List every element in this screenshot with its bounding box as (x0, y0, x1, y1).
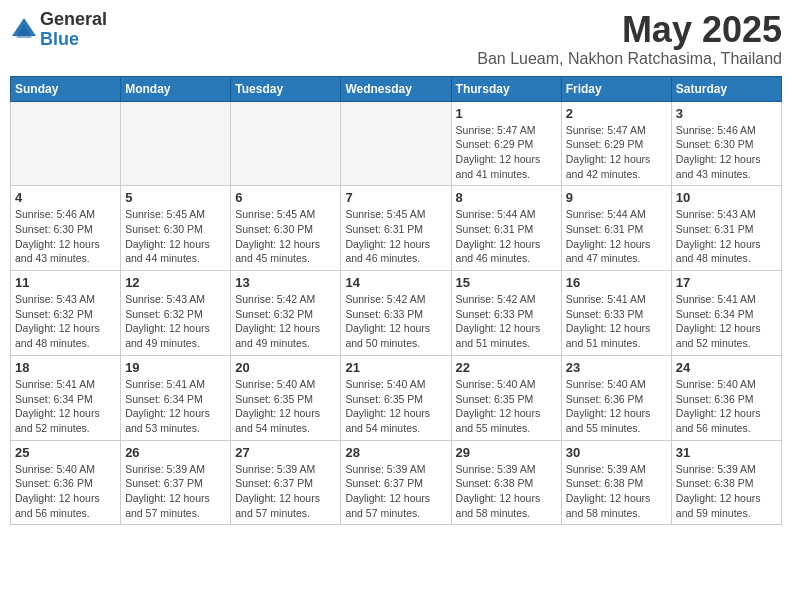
day-info: Sunrise: 5:41 AM Sunset: 6:34 PM Dayligh… (15, 377, 116, 436)
calendar-cell: 30Sunrise: 5:39 AM Sunset: 6:38 PM Dayli… (561, 440, 671, 525)
title-block: May 2025 Ban Lueam, Nakhon Ratchasima, T… (477, 10, 782, 68)
header-sunday: Sunday (11, 76, 121, 101)
calendar-cell: 14Sunrise: 5:42 AM Sunset: 6:33 PM Dayli… (341, 271, 451, 356)
calendar-cell: 1Sunrise: 5:47 AM Sunset: 6:29 PM Daylig… (451, 101, 561, 186)
day-number: 11 (15, 275, 116, 290)
day-number: 6 (235, 190, 336, 205)
header-friday: Friday (561, 76, 671, 101)
calendar-cell: 18Sunrise: 5:41 AM Sunset: 6:34 PM Dayli… (11, 355, 121, 440)
calendar-cell: 16Sunrise: 5:41 AM Sunset: 6:33 PM Dayli… (561, 271, 671, 356)
calendar-cell: 12Sunrise: 5:43 AM Sunset: 6:32 PM Dayli… (121, 271, 231, 356)
day-info: Sunrise: 5:46 AM Sunset: 6:30 PM Dayligh… (676, 123, 777, 182)
week-row-1: 1Sunrise: 5:47 AM Sunset: 6:29 PM Daylig… (11, 101, 782, 186)
calendar-cell: 21Sunrise: 5:40 AM Sunset: 6:35 PM Dayli… (341, 355, 451, 440)
day-number: 20 (235, 360, 336, 375)
day-info: Sunrise: 5:41 AM Sunset: 6:34 PM Dayligh… (125, 377, 226, 436)
header-tuesday: Tuesday (231, 76, 341, 101)
day-info: Sunrise: 5:46 AM Sunset: 6:30 PM Dayligh… (15, 207, 116, 266)
calendar-cell: 11Sunrise: 5:43 AM Sunset: 6:32 PM Dayli… (11, 271, 121, 356)
week-row-3: 11Sunrise: 5:43 AM Sunset: 6:32 PM Dayli… (11, 271, 782, 356)
day-number: 25 (15, 445, 116, 460)
day-info: Sunrise: 5:40 AM Sunset: 6:36 PM Dayligh… (15, 462, 116, 521)
calendar-cell (121, 101, 231, 186)
calendar-cell: 25Sunrise: 5:40 AM Sunset: 6:36 PM Dayli… (11, 440, 121, 525)
day-info: Sunrise: 5:43 AM Sunset: 6:31 PM Dayligh… (676, 207, 777, 266)
week-row-4: 18Sunrise: 5:41 AM Sunset: 6:34 PM Dayli… (11, 355, 782, 440)
calendar-body: 1Sunrise: 5:47 AM Sunset: 6:29 PM Daylig… (11, 101, 782, 525)
day-number: 29 (456, 445, 557, 460)
day-number: 14 (345, 275, 446, 290)
calendar-table: SundayMondayTuesdayWednesdayThursdayFrid… (10, 76, 782, 526)
calendar-cell: 10Sunrise: 5:43 AM Sunset: 6:31 PM Dayli… (671, 186, 781, 271)
logo-text: General Blue (40, 10, 107, 50)
logo: General Blue (10, 10, 107, 50)
logo-blue: Blue (40, 30, 107, 50)
day-number: 28 (345, 445, 446, 460)
month-title: May 2025 (477, 10, 782, 50)
calendar-cell: 28Sunrise: 5:39 AM Sunset: 6:37 PM Dayli… (341, 440, 451, 525)
day-number: 1 (456, 106, 557, 121)
calendar-cell: 22Sunrise: 5:40 AM Sunset: 6:35 PM Dayli… (451, 355, 561, 440)
day-info: Sunrise: 5:44 AM Sunset: 6:31 PM Dayligh… (566, 207, 667, 266)
day-number: 24 (676, 360, 777, 375)
page-header: General Blue May 2025 Ban Lueam, Nakhon … (10, 10, 782, 68)
day-info: Sunrise: 5:43 AM Sunset: 6:32 PM Dayligh… (15, 292, 116, 351)
calendar-cell: 19Sunrise: 5:41 AM Sunset: 6:34 PM Dayli… (121, 355, 231, 440)
header-wednesday: Wednesday (341, 76, 451, 101)
calendar-cell: 3Sunrise: 5:46 AM Sunset: 6:30 PM Daylig… (671, 101, 781, 186)
location-title: Ban Lueam, Nakhon Ratchasima, Thailand (477, 50, 782, 68)
day-number: 7 (345, 190, 446, 205)
day-number: 16 (566, 275, 667, 290)
calendar-cell: 5Sunrise: 5:45 AM Sunset: 6:30 PM Daylig… (121, 186, 231, 271)
day-number: 31 (676, 445, 777, 460)
week-row-2: 4Sunrise: 5:46 AM Sunset: 6:30 PM Daylig… (11, 186, 782, 271)
calendar-cell: 26Sunrise: 5:39 AM Sunset: 6:37 PM Dayli… (121, 440, 231, 525)
day-number: 18 (15, 360, 116, 375)
day-info: Sunrise: 5:45 AM Sunset: 6:30 PM Dayligh… (125, 207, 226, 266)
day-number: 3 (676, 106, 777, 121)
calendar-cell: 9Sunrise: 5:44 AM Sunset: 6:31 PM Daylig… (561, 186, 671, 271)
day-number: 23 (566, 360, 667, 375)
day-info: Sunrise: 5:44 AM Sunset: 6:31 PM Dayligh… (456, 207, 557, 266)
day-info: Sunrise: 5:45 AM Sunset: 6:31 PM Dayligh… (345, 207, 446, 266)
calendar-cell: 27Sunrise: 5:39 AM Sunset: 6:37 PM Dayli… (231, 440, 341, 525)
day-number: 17 (676, 275, 777, 290)
day-info: Sunrise: 5:42 AM Sunset: 6:32 PM Dayligh… (235, 292, 336, 351)
header-row: SundayMondayTuesdayWednesdayThursdayFrid… (11, 76, 782, 101)
day-info: Sunrise: 5:40 AM Sunset: 6:35 PM Dayligh… (235, 377, 336, 436)
day-info: Sunrise: 5:39 AM Sunset: 6:37 PM Dayligh… (345, 462, 446, 521)
day-info: Sunrise: 5:39 AM Sunset: 6:38 PM Dayligh… (456, 462, 557, 521)
header-monday: Monday (121, 76, 231, 101)
header-saturday: Saturday (671, 76, 781, 101)
day-number: 2 (566, 106, 667, 121)
week-row-5: 25Sunrise: 5:40 AM Sunset: 6:36 PM Dayli… (11, 440, 782, 525)
day-number: 19 (125, 360, 226, 375)
day-number: 13 (235, 275, 336, 290)
day-number: 10 (676, 190, 777, 205)
logo-general: General (40, 10, 107, 30)
day-info: Sunrise: 5:41 AM Sunset: 6:34 PM Dayligh… (676, 292, 777, 351)
calendar-cell: 6Sunrise: 5:45 AM Sunset: 6:30 PM Daylig… (231, 186, 341, 271)
day-number: 5 (125, 190, 226, 205)
calendar-cell: 24Sunrise: 5:40 AM Sunset: 6:36 PM Dayli… (671, 355, 781, 440)
calendar-cell: 15Sunrise: 5:42 AM Sunset: 6:33 PM Dayli… (451, 271, 561, 356)
day-number: 9 (566, 190, 667, 205)
day-info: Sunrise: 5:40 AM Sunset: 6:35 PM Dayligh… (456, 377, 557, 436)
day-info: Sunrise: 5:39 AM Sunset: 6:38 PM Dayligh… (676, 462, 777, 521)
day-info: Sunrise: 5:39 AM Sunset: 6:38 PM Dayligh… (566, 462, 667, 521)
calendar-cell: 20Sunrise: 5:40 AM Sunset: 6:35 PM Dayli… (231, 355, 341, 440)
day-number: 22 (456, 360, 557, 375)
day-info: Sunrise: 5:43 AM Sunset: 6:32 PM Dayligh… (125, 292, 226, 351)
calendar-cell: 31Sunrise: 5:39 AM Sunset: 6:38 PM Dayli… (671, 440, 781, 525)
calendar-cell (231, 101, 341, 186)
calendar-cell: 13Sunrise: 5:42 AM Sunset: 6:32 PM Dayli… (231, 271, 341, 356)
calendar-cell (11, 101, 121, 186)
calendar-cell: 23Sunrise: 5:40 AM Sunset: 6:36 PM Dayli… (561, 355, 671, 440)
header-thursday: Thursday (451, 76, 561, 101)
day-number: 30 (566, 445, 667, 460)
logo-icon (10, 16, 38, 44)
calendar-cell: 4Sunrise: 5:46 AM Sunset: 6:30 PM Daylig… (11, 186, 121, 271)
day-info: Sunrise: 5:39 AM Sunset: 6:37 PM Dayligh… (125, 462, 226, 521)
day-info: Sunrise: 5:40 AM Sunset: 6:35 PM Dayligh… (345, 377, 446, 436)
calendar-header: SundayMondayTuesdayWednesdayThursdayFrid… (11, 76, 782, 101)
